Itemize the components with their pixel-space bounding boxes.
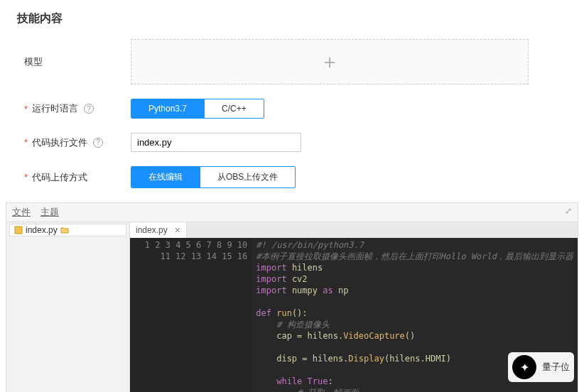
row-upload: * 代码上传方式 在线编辑 从OBS上传文件: [17, 166, 567, 188]
runtime-option-cpp[interactable]: C/C++: [204, 99, 264, 118]
folder-icon: [60, 226, 69, 234]
row-model: 模型 ＋: [17, 39, 567, 85]
brand-label: 量子位: [542, 361, 570, 374]
expand-icon[interactable]: ⤢: [565, 206, 572, 216]
runtime-segmented: Python3.7 C/C++: [131, 99, 264, 119]
help-icon[interactable]: ?: [93, 138, 103, 148]
menu-theme[interactable]: 主题: [40, 206, 59, 219]
upload-option-online[interactable]: 在线编辑: [131, 167, 200, 187]
editor-menu: 文件 主题 ⤢: [6, 203, 578, 222]
execfile-input[interactable]: [131, 133, 301, 152]
tab-indexpy[interactable]: index.py ×: [130, 222, 187, 238]
label-execfile: 代码执行文件: [32, 136, 87, 149]
avatar-icon: ✦: [512, 355, 536, 379]
help-icon[interactable]: ?: [84, 104, 94, 114]
svg-rect-0: [15, 227, 22, 234]
code-editor: 文件 主题 ⤢ index.py index.py × 1 2 3 4 5 6 …: [6, 202, 578, 392]
runtime-option-python[interactable]: Python3.7: [131, 99, 204, 118]
upload-segmented: 在线编辑 从OBS上传文件: [131, 166, 296, 188]
line-gutter: 1 2 3 4 5 6 7 8 9 10 11 12 13 14 15 16: [130, 238, 252, 392]
tree-item-indexpy[interactable]: index.py: [9, 224, 126, 236]
upload-option-obs[interactable]: 从OBS上传文件: [200, 167, 295, 187]
row-runtime: * 运行时语言 ? Python3.7 C/C++: [17, 99, 567, 119]
model-dropzone[interactable]: ＋: [131, 39, 529, 85]
label-model: 模型: [17, 55, 131, 68]
close-icon[interactable]: ×: [175, 224, 180, 236]
file-icon: [14, 226, 23, 234]
required-mark: *: [24, 172, 28, 183]
row-execfile: * 代码执行文件 ?: [17, 133, 567, 152]
plus-icon: ＋: [320, 48, 340, 75]
menu-file[interactable]: 文件: [12, 206, 31, 219]
required-mark: *: [24, 137, 28, 148]
wechat-brand: ✦ 量子位: [508, 352, 574, 382]
label-upload: 代码上传方式: [32, 171, 87, 184]
required-mark: *: [24, 104, 28, 114]
editor-tabs: index.py ×: [130, 222, 578, 238]
section-title: 技能内容: [17, 11, 567, 26]
label-runtime: 运行时语言: [32, 102, 78, 115]
file-tree: index.py: [6, 222, 130, 392]
